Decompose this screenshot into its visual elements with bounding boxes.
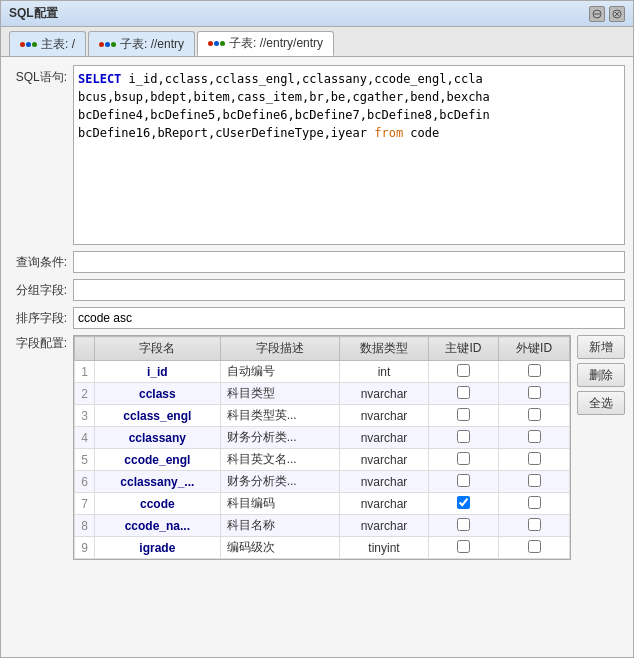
tab-main-table[interactable]: 主表: / — [9, 31, 86, 56]
pk-cell-3[interactable] — [428, 427, 499, 449]
group-input[interactable] — [73, 279, 625, 301]
select-all-button[interactable]: 全选 — [577, 391, 625, 415]
row-num-6: 7 — [75, 493, 95, 515]
fk-cell-1[interactable] — [499, 383, 570, 405]
window-title: SQL配置 — [9, 5, 58, 22]
pk-cell-5[interactable] — [428, 471, 499, 493]
pk-checkbox-4[interactable] — [457, 452, 470, 465]
row-num-5: 6 — [75, 471, 95, 493]
row-num-1: 2 — [75, 383, 95, 405]
table-row: 2 cclass 科目类型 nvarchar — [75, 383, 570, 405]
field-config-label: 字段配置: — [9, 335, 67, 352]
field-type-6: nvarchar — [340, 493, 428, 515]
pk-cell-0[interactable] — [428, 361, 499, 383]
group-label: 分组字段: — [9, 282, 67, 299]
fk-cell-3[interactable] — [499, 427, 570, 449]
table-row: 7 ccode 科目编码 nvarchar — [75, 493, 570, 515]
pk-cell-4[interactable] — [428, 449, 499, 471]
table-row: 6 cclassany_... 财务分析类... nvarchar — [75, 471, 570, 493]
pk-checkbox-8[interactable] — [457, 540, 470, 553]
sort-label: 排序字段: — [9, 310, 67, 327]
field-table-container[interactable]: 字段名 字段描述 数据类型 主键ID 外键ID 1 i_id 自动编号 int — [73, 335, 571, 560]
pk-checkbox-5[interactable] — [457, 474, 470, 487]
field-name-1: cclass — [95, 383, 221, 405]
fk-checkbox-8[interactable] — [528, 540, 541, 553]
sql-select-keyword: SELECT — [78, 72, 121, 86]
fk-checkbox-0[interactable] — [528, 364, 541, 377]
col-header-desc: 字段描述 — [220, 337, 340, 361]
field-desc-5: 财务分析类... — [220, 471, 340, 493]
sort-row: 排序字段: — [9, 307, 625, 329]
field-name-0: i_id — [95, 361, 221, 383]
pk-checkbox-1[interactable] — [457, 386, 470, 399]
pk-cell-1[interactable] — [428, 383, 499, 405]
pk-checkbox-0[interactable] — [457, 364, 470, 377]
row-num-8: 9 — [75, 537, 95, 559]
field-name-4: ccode_engl — [95, 449, 221, 471]
field-type-4: nvarchar — [340, 449, 428, 471]
fk-cell-0[interactable] — [499, 361, 570, 383]
pk-cell-6[interactable] — [428, 493, 499, 515]
table-row: 9 igrade 编码级次 tinyint — [75, 537, 570, 559]
close-icon[interactable] — [609, 6, 625, 22]
tab-icon-child1 — [99, 42, 116, 47]
pk-checkbox-7[interactable] — [457, 518, 470, 531]
field-name-3: cclassany — [95, 427, 221, 449]
fk-cell-5[interactable] — [499, 471, 570, 493]
table-row: 3 cclass_engl 科目类型英... nvarchar — [75, 405, 570, 427]
tab-icon-child2 — [208, 41, 225, 46]
group-row: 分组字段: — [9, 279, 625, 301]
field-name-5: cclassany_... — [95, 471, 221, 493]
field-desc-4: 科目英文名... — [220, 449, 340, 471]
pk-checkbox-3[interactable] — [457, 430, 470, 443]
table-row: 1 i_id 自动编号 int — [75, 361, 570, 383]
add-button[interactable]: 新增 — [577, 335, 625, 359]
col-header-num — [75, 337, 95, 361]
pk-cell-7[interactable] — [428, 515, 499, 537]
fk-cell-4[interactable] — [499, 449, 570, 471]
field-desc-3: 财务分析类... — [220, 427, 340, 449]
fk-cell-8[interactable] — [499, 537, 570, 559]
fk-checkbox-1[interactable] — [528, 386, 541, 399]
pk-cell-2[interactable] — [428, 405, 499, 427]
sql-table: code — [410, 126, 439, 140]
fk-cell-2[interactable] — [499, 405, 570, 427]
table-row: 5 ccode_engl 科目英文名... nvarchar — [75, 449, 570, 471]
fk-cell-7[interactable] — [499, 515, 570, 537]
field-desc-8: 编码级次 — [220, 537, 340, 559]
row-num-3: 4 — [75, 427, 95, 449]
sql-row: SQL语句: SELECT i_id,cclass,cclass_engl,cc… — [9, 65, 625, 245]
field-name-6: ccode — [95, 493, 221, 515]
content-area: SQL语句: SELECT i_id,cclass,cclass_engl,cc… — [1, 57, 633, 657]
field-type-0: int — [340, 361, 428, 383]
fk-checkbox-5[interactable] — [528, 474, 541, 487]
condition-input[interactable] — [73, 251, 625, 273]
sql-editor[interactable]: SELECT i_id,cclass,cclass_engl,cclassany… — [73, 65, 625, 245]
tabs-bar: 主表: / 子表: //entry 子表: //entry/entry — [1, 27, 633, 57]
fk-checkbox-4[interactable] — [528, 452, 541, 465]
sql-from-keyword: from — [374, 126, 403, 140]
col-header-fk: 外键ID — [499, 337, 570, 361]
condition-row: 查询条件: — [9, 251, 625, 273]
action-buttons: 新增 删除 全选 — [577, 335, 625, 560]
tab-child-2[interactable]: 子表: //entry/entry — [197, 31, 334, 56]
tab-child-1[interactable]: 子表: //entry — [88, 31, 195, 56]
condition-label: 查询条件: — [9, 254, 67, 271]
pk-cell-8[interactable] — [428, 537, 499, 559]
sort-input[interactable] — [73, 307, 625, 329]
fk-checkbox-2[interactable] — [528, 408, 541, 421]
tab-child1-label: 子表: //entry — [120, 36, 184, 53]
pk-checkbox-6[interactable] — [457, 496, 470, 509]
pk-checkbox-2[interactable] — [457, 408, 470, 421]
fk-checkbox-6[interactable] — [528, 496, 541, 509]
field-table: 字段名 字段描述 数据类型 主键ID 外键ID 1 i_id 自动编号 int — [74, 336, 570, 559]
tab-main-label: 主表: / — [41, 36, 75, 53]
fk-cell-6[interactable] — [499, 493, 570, 515]
fk-checkbox-3[interactable] — [528, 430, 541, 443]
row-num-4: 5 — [75, 449, 95, 471]
fk-checkbox-7[interactable] — [528, 518, 541, 531]
sql-label: SQL语句: — [9, 65, 67, 86]
table-row: 8 ccode_na... 科目名称 nvarchar — [75, 515, 570, 537]
minimize-icon[interactable] — [589, 6, 605, 22]
delete-button[interactable]: 删除 — [577, 363, 625, 387]
